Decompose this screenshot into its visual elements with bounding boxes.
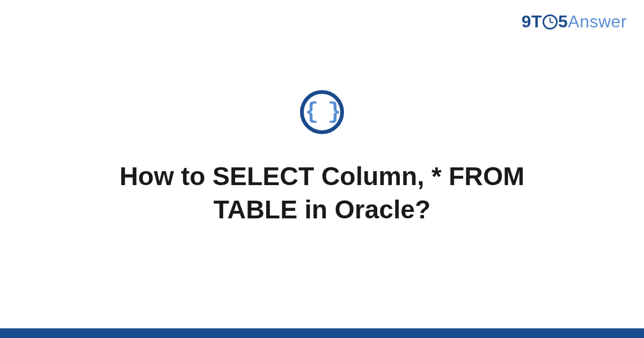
category-icon-circle: { }: [300, 90, 344, 134]
code-braces-icon: { }: [305, 101, 339, 123]
question-title: How to SELECT Column, * FROM TABLE in Or…: [59, 160, 585, 227]
main-content: { } How to SELECT Column, * FROM TABLE i…: [0, 0, 644, 338]
footer-bar: [0, 328, 644, 338]
